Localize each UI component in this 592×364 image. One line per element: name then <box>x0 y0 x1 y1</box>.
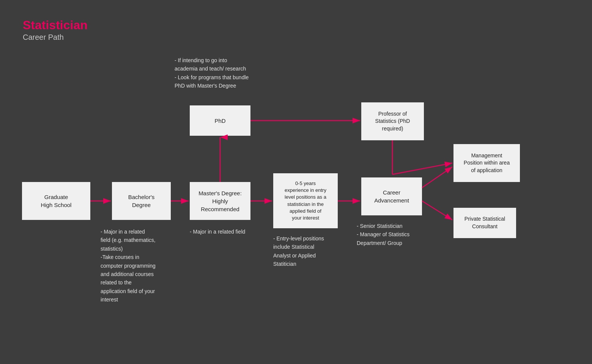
box-masters: Master's Degree: Highly Recommended <box>190 182 250 220</box>
box-consultant: Private Statistical Consultant <box>453 208 516 238</box>
phd-tip-note: - If intending to go into academia and t… <box>175 56 281 90</box>
masters-tip-note: - Major in a related field <box>190 228 266 236</box>
entry-level-note: - Entry-level positions include Statisti… <box>273 234 349 268</box>
title-area: Statistician Career Path <box>23 18 88 42</box>
svg-line-12 <box>422 201 452 220</box>
box-phd: PhD <box>190 105 250 136</box>
svg-line-10 <box>392 163 452 174</box>
box-career-adv: Career Advancement <box>361 177 422 215</box>
page-title: Statistician <box>23 18 88 32</box>
career-adv-note: - Senior Statistician - Manager of Stati… <box>357 222 440 247</box>
page-subtitle: Career Path <box>23 33 88 42</box>
box-bachelors: Bachelor's Degree <box>112 182 171 220</box>
box-professor: Professor of Statistics (PhD required) <box>361 102 424 140</box>
box-management: Management Position within area of appli… <box>453 144 520 182</box>
box-graduate-hs: Graduate High School <box>22 182 90 220</box>
box-experience: 0-5 years experience in entry level posi… <box>273 173 338 228</box>
svg-line-11 <box>422 167 452 188</box>
bachelors-tip-note: - Major in a related field (e.g. mathema… <box>101 228 180 304</box>
